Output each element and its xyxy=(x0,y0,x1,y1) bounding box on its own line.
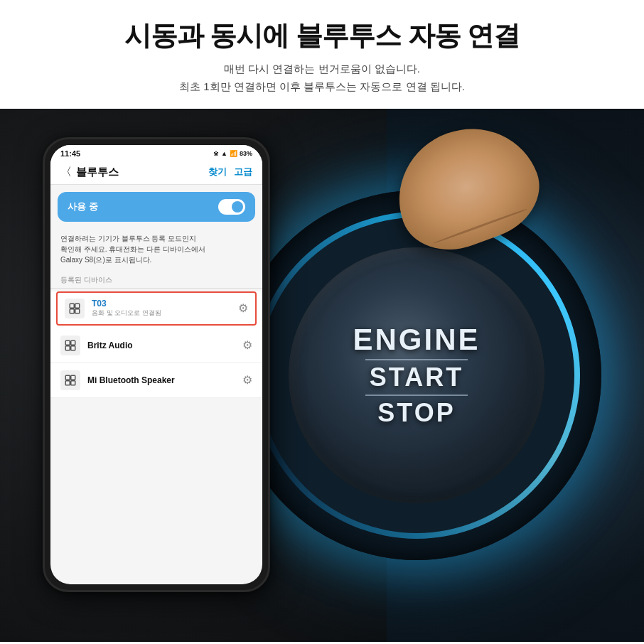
device-item-mi[interactable]: Mi Bluetooth Speaker ⚙ xyxy=(50,363,262,398)
bluetooth-toggle-section[interactable]: 사용 중 xyxy=(58,192,255,222)
toggle-switch[interactable] xyxy=(218,199,245,215)
svg-rect-2 xyxy=(70,308,74,313)
description-section: 연결하려는 기기가 블루투스 등록 모드인지확인해 주세요. 휴대전화는 다른 … xyxy=(50,229,262,272)
phone-mockup: 11:45 ※ ▲ 📶 83% 〈 블루투스 찾기 고급 사용 중 xyxy=(43,137,270,592)
engine-button: ENGINE START STOP xyxy=(232,190,601,560)
device-name-mi: Mi Bluetooth Speaker xyxy=(87,375,242,385)
device-item-t03[interactable]: T03 음화 및 오디오로 연결됨 ⚙ xyxy=(56,291,257,326)
description-text: 연결하려는 기기가 블루투스 등록 모드인지확인해 주세요. 휴대전화는 다른 … xyxy=(60,235,205,264)
device-icon-mi xyxy=(60,370,80,390)
svg-rect-6 xyxy=(65,345,70,350)
main-title: 시동과 동시에 블루투스 자동 연결 xyxy=(14,20,630,53)
device-gear-t03[interactable]: ⚙ xyxy=(238,301,248,315)
svg-rect-0 xyxy=(70,304,74,308)
device-icon-t03 xyxy=(65,299,85,318)
phone-screen: 11:45 ※ ▲ 📶 83% 〈 블루투스 찾기 고급 사용 중 xyxy=(50,145,262,584)
toggle-knob xyxy=(232,201,243,213)
toggle-label: 사용 중 xyxy=(68,200,98,213)
search-action[interactable]: 찾기 xyxy=(208,166,227,178)
nav-title: 블루투스 xyxy=(76,166,208,179)
main-content: ENGINE START STOP 11:45 ※ ▲ 📶 xyxy=(0,109,644,642)
registered-devices-label: 등록된 디바이스 xyxy=(50,272,262,289)
device-name-britz: Britz Audio xyxy=(87,340,242,350)
advanced-action[interactable]: 고급 xyxy=(234,166,252,178)
device-info-t03: T03 음화 및 오디오로 연결됨 xyxy=(92,299,238,318)
device-info-britz: Britz Audio xyxy=(87,340,242,350)
back-button[interactable]: 〈 xyxy=(60,165,72,180)
engine-inner-button: ENGINE START STOP xyxy=(289,247,544,503)
device-gear-mi[interactable]: ⚙ xyxy=(242,373,252,387)
device-item-britz[interactable]: Britz Audio ⚙ xyxy=(50,328,262,363)
navigation-bar: 〈 블루투스 찾기 고급 xyxy=(50,161,262,185)
device-gear-britz[interactable]: ⚙ xyxy=(242,338,252,352)
status-bar: 11:45 ※ ▲ 📶 83% xyxy=(50,145,262,161)
svg-rect-8 xyxy=(65,375,70,380)
nav-actions: 찾기 고급 xyxy=(208,166,252,178)
device-name-t03: T03 xyxy=(92,299,238,308)
engine-text: ENGINE START STOP xyxy=(353,323,480,426)
svg-rect-7 xyxy=(71,345,75,350)
device-list: T03 음화 및 오디오로 연결됨 ⚙ xyxy=(50,291,262,398)
device-info-mi: Mi Bluetooth Speaker xyxy=(87,375,242,385)
svg-rect-11 xyxy=(71,380,75,385)
svg-rect-5 xyxy=(71,340,75,345)
svg-rect-10 xyxy=(65,380,70,385)
svg-rect-1 xyxy=(75,304,80,308)
header-subtitle: 매번 다시 연결하는 번거로움이 없습니다. 최초 1회만 연결하면 이후 블루… xyxy=(14,60,630,96)
device-status-t03: 음화 및 오디오로 연결됨 xyxy=(92,308,238,318)
header-section: 시동과 동시에 블루투스 자동 연결 매번 다시 연결하는 번거로움이 없습니다… xyxy=(0,0,644,109)
svg-rect-3 xyxy=(75,308,80,313)
device-icon-britz xyxy=(60,336,80,355)
svg-rect-4 xyxy=(65,340,70,345)
status-icons: ※ ▲ 📶 83% xyxy=(213,150,252,157)
svg-rect-9 xyxy=(71,375,75,380)
